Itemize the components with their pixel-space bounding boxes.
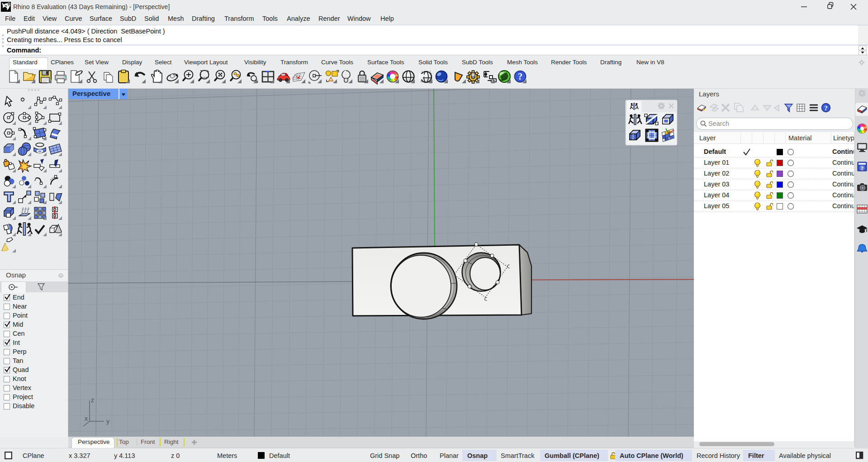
svg-text:?: ? bbox=[518, 71, 522, 81]
svg-text:?: ? bbox=[861, 165, 863, 171]
svg-text:z: z bbox=[91, 396, 94, 404]
svg-text:?: ? bbox=[824, 105, 828, 112]
svg-text:x: x bbox=[85, 415, 88, 422]
svg-text:y: y bbox=[106, 418, 109, 425]
